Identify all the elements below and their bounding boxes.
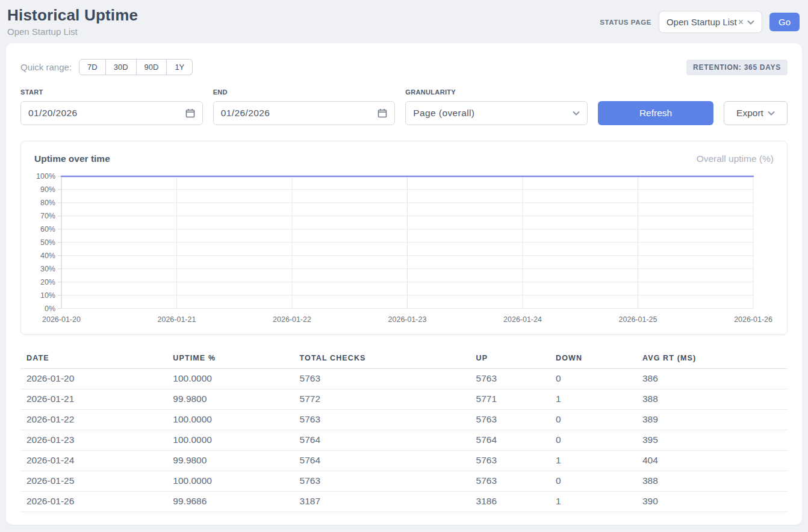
svg-text:60%: 60% <box>40 225 55 234</box>
table-cell: 5764 <box>294 450 470 471</box>
svg-text:2026-01-25: 2026-01-25 <box>619 315 657 324</box>
table-cell: 5763 <box>294 368 470 389</box>
svg-text:2026-01-26: 2026-01-26 <box>734 315 772 324</box>
status-page-select[interactable]: Open Startup List × <box>659 11 762 33</box>
page-subtitle: Open Startup List <box>7 26 138 37</box>
table-cell: 0 <box>550 471 636 491</box>
start-date-input[interactable]: 01/20/2026 <box>20 101 203 125</box>
page-title: Historical Uptime <box>7 6 138 25</box>
end-date-input[interactable]: 01/26/2026 <box>213 101 396 125</box>
table-row: 2026-01-2199.9800577257711388 <box>20 389 788 409</box>
table-cell: 5763 <box>470 368 550 389</box>
table-cell: 395 <box>636 430 788 450</box>
table-cell: 404 <box>636 450 788 471</box>
svg-text:80%: 80% <box>40 199 55 207</box>
uptime-line-chart: 0%10%20%30%40%50%60%70%80%90%100%2026-01… <box>34 169 774 326</box>
table-row: 2026-01-20100.0000576357630386 <box>20 368 788 389</box>
svg-text:30%: 30% <box>40 265 55 273</box>
table-cell: 0 <box>550 430 636 450</box>
granularity-select[interactable]: Page (overall) <box>405 101 588 125</box>
table-cell: 388 <box>636 471 788 491</box>
end-date-field: END 01/26/2026 <box>213 88 396 125</box>
table-cell: 5764 <box>294 430 470 450</box>
chart-header: Uptime over time Overall uptime (%) <box>34 153 774 164</box>
end-label: END <box>213 88 396 96</box>
col-uptime: UPTIME % <box>167 350 293 369</box>
header-right: STATUS PAGE Open Startup List × Go <box>600 11 800 33</box>
col-date: DATE <box>20 350 167 369</box>
table-cell: 100.0000 <box>167 471 293 491</box>
calendar-icon[interactable] <box>185 108 195 118</box>
calendar-icon[interactable] <box>378 108 387 118</box>
svg-text:2026-01-23: 2026-01-23 <box>388 315 427 324</box>
end-date-value: 01/26/2026 <box>221 108 270 119</box>
table-cell: 389 <box>636 409 788 430</box>
table-cell: 100.0000 <box>167 409 293 430</box>
granularity-value: Page (overall) <box>413 108 474 119</box>
refresh-button[interactable]: Refresh <box>598 101 713 125</box>
clear-icon[interactable]: × <box>738 17 744 28</box>
svg-text:100%: 100% <box>36 172 55 181</box>
start-date-field: START 01/20/2026 <box>20 88 203 125</box>
table-cell: 99.9800 <box>167 389 293 409</box>
table-cell: 390 <box>636 491 788 512</box>
retention-badge: RETENTION: 365 DAYS <box>686 60 788 75</box>
svg-text:10%: 10% <box>40 291 55 300</box>
granularity-label: GRANULARITY <box>405 88 588 96</box>
col-up: UP <box>470 350 550 369</box>
table-cell: 2026-01-25 <box>20 471 167 491</box>
start-label: START <box>20 88 203 96</box>
svg-text:20%: 20% <box>40 278 55 286</box>
table-row: 2026-01-23100.0000576457640395 <box>20 430 788 450</box>
main-panel: Quick range: 7D 30D 90D 1Y RETENTION: 36… <box>6 43 802 525</box>
table-cell: 99.9800 <box>167 450 293 471</box>
svg-text:90%: 90% <box>40 185 55 194</box>
table-cell: 5772 <box>294 389 470 409</box>
quick-range-row: Quick range: 7D 30D 90D 1Y RETENTION: 36… <box>20 59 788 75</box>
table-cell: 0 <box>550 368 636 389</box>
table-cell: 5764 <box>470 430 550 450</box>
chart-legend: Overall uptime (%) <box>697 153 774 164</box>
quick-range-30d[interactable]: 30D <box>106 59 137 75</box>
svg-text:40%: 40% <box>40 252 55 260</box>
table-cell: 1 <box>550 450 636 471</box>
svg-text:2026-01-24: 2026-01-24 <box>503 315 542 324</box>
table-cell: 100.0000 <box>167 430 293 450</box>
table-cell: 2026-01-20 <box>20 368 167 389</box>
svg-text:2026-01-20: 2026-01-20 <box>42 315 81 324</box>
table-cell: 0 <box>550 409 636 430</box>
table-cell: 5763 <box>294 409 470 430</box>
uptime-table: DATE UPTIME % TOTAL CHECKS UP DOWN AVG R… <box>20 350 788 512</box>
col-down: DOWN <box>550 350 636 369</box>
uptime-chart-card: Uptime over time Overall uptime (%) 0%10… <box>20 141 788 335</box>
table-cell: 2026-01-26 <box>20 491 167 512</box>
table-header-row: DATE UPTIME % TOTAL CHECKS UP DOWN AVG R… <box>20 350 788 369</box>
table-row: 2026-01-22100.0000576357630389 <box>20 409 788 430</box>
quick-range-90d[interactable]: 90D <box>137 59 167 75</box>
chevron-down-icon <box>747 20 754 25</box>
svg-text:0%: 0% <box>45 305 55 313</box>
granularity-field: GRANULARITY Page (overall) <box>405 88 588 125</box>
quick-range-7d[interactable]: 7D <box>79 59 106 75</box>
go-button[interactable]: Go <box>769 13 800 31</box>
table-row: 2026-01-2699.9686318731861390 <box>20 491 788 512</box>
start-date-value: 01/20/2026 <box>28 108 78 119</box>
table-cell: 5763 <box>294 471 470 491</box>
table-cell: 5763 <box>470 471 550 491</box>
table-cell: 3186 <box>470 491 550 512</box>
quick-range-group: 7D 30D 90D 1Y <box>79 59 193 75</box>
table-cell: 5763 <box>470 409 550 430</box>
table-cell: 388 <box>636 389 788 409</box>
col-avg-rt: AVG RT (MS) <box>636 350 788 369</box>
title-block: Historical Uptime Open Startup List <box>7 6 138 37</box>
page-header: Historical Uptime Open Startup List STAT… <box>0 0 808 42</box>
table-cell: 2026-01-23 <box>20 430 167 450</box>
svg-text:2026-01-22: 2026-01-22 <box>273 315 311 324</box>
col-total-checks: TOTAL CHECKS <box>294 350 470 369</box>
quick-range-1y[interactable]: 1Y <box>167 59 193 75</box>
status-page-value: Open Startup List <box>667 17 737 27</box>
export-button[interactable]: Export <box>724 101 788 125</box>
chart-title: Uptime over time <box>34 153 110 164</box>
export-label: Export <box>736 108 763 119</box>
table-cell: 5763 <box>470 450 550 471</box>
